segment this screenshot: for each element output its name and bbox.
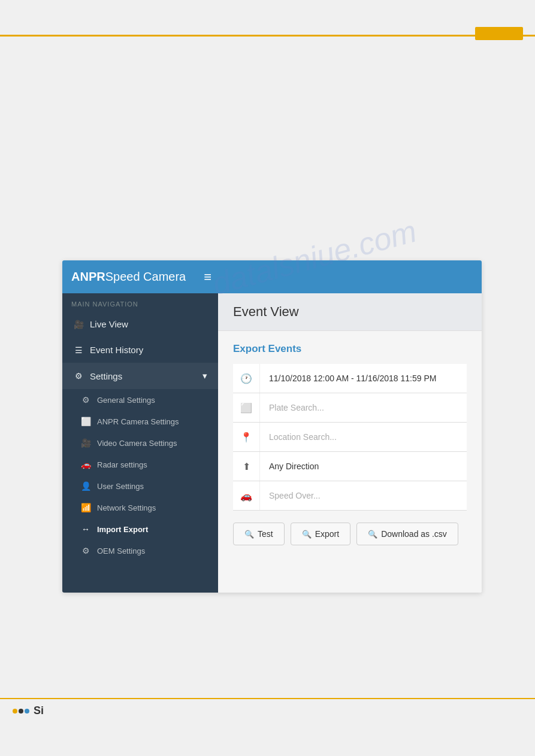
sidebar-item-label: Live View bbox=[90, 319, 128, 329]
svg-point-1 bbox=[19, 709, 23, 714]
sidebar-item-general-settings[interactable]: ⚙ General Settings bbox=[62, 389, 218, 411]
direction-row: ⬆ Any Direction bbox=[233, 452, 467, 481]
sidebar-item-oem-settings[interactable]: ⚙ OEM Settings bbox=[62, 540, 218, 561]
sidebar-item-anpr-camera-settings[interactable]: ⬜ ANPR Camera Settings bbox=[62, 411, 218, 432]
speed-icon: 🚗 bbox=[233, 481, 260, 510]
search-icon: 🔍 bbox=[244, 530, 254, 539]
sidebar-section-label: MAIN NAVIGATION bbox=[62, 293, 218, 311]
sidebar-sub-item-label: Import Export bbox=[97, 525, 148, 534]
sidebar-sub-item-label: ANPR Camera Settings bbox=[97, 417, 179, 426]
test-button[interactable]: 🔍 Test bbox=[233, 523, 285, 545]
sidebar-item-label: Event History bbox=[90, 345, 143, 355]
app-header: ANPRSpeed Camera ≡ bbox=[62, 260, 482, 293]
date-range-value[interactable]: 11/10/2018 12:00 AM - 11/16/2018 11:59 P… bbox=[260, 364, 467, 393]
sidebar-sub-item-label: User Settings bbox=[97, 482, 144, 491]
app-body: MAIN NAVIGATION 🎥 Live View ☰ Event Hist… bbox=[62, 293, 482, 593]
download-csv-button[interactable]: 🔍 Download as .csv bbox=[356, 523, 458, 545]
car-icon: 🚗 bbox=[80, 460, 91, 469]
sidebar-item-network-settings[interactable]: 📶 Network Settings bbox=[62, 497, 218, 518]
location-search-input[interactable] bbox=[260, 423, 467, 451]
settings-gear-icon: ⚙ bbox=[73, 371, 84, 381]
wifi-icon: 📶 bbox=[80, 503, 91, 512]
content-area: Export Events 🕐 11/10/2018 12:00 AM - 11… bbox=[218, 331, 482, 557]
app-container: ANPRSpeed Camera ≡ MAIN NAVIGATION 🎥 Liv… bbox=[62, 260, 482, 593]
bottom-accent-bar bbox=[0, 698, 535, 699]
top-accent-bar bbox=[0, 35, 535, 37]
arrows-icon: ↔ bbox=[80, 524, 91, 534]
footer-logo-text: Si bbox=[34, 705, 44, 717]
chevron-down-icon: ▾ bbox=[202, 371, 207, 381]
sidebar-item-label: Settings bbox=[90, 371, 122, 381]
sidebar-sub-item-label: Radar settings bbox=[97, 460, 147, 469]
sidebar-item-event-history[interactable]: ☰ Event History bbox=[62, 337, 218, 363]
sidebar-item-user-settings[interactable]: 👤 User Settings bbox=[62, 475, 218, 497]
sidebar-sub-item-label: Video Camera Settings bbox=[97, 439, 177, 448]
sidebar-item-video-camera-settings[interactable]: 🎥 Video Camera Settings bbox=[62, 432, 218, 454]
oem-gear-icon: ⚙ bbox=[80, 546, 91, 555]
buttons-row: 🔍 Test 🔍 Export 🔍 Download as .csv bbox=[233, 523, 467, 545]
section-title: Export Events bbox=[233, 343, 467, 355]
footer-logo: Si bbox=[12, 705, 44, 717]
video-icon: 🎥 bbox=[80, 438, 91, 448]
user-icon: 👤 bbox=[80, 481, 91, 491]
video-camera-icon: 🎥 bbox=[73, 320, 84, 329]
location-icon: 📍 bbox=[233, 423, 260, 451]
page-title: Event View bbox=[233, 304, 467, 320]
location-search-row: 📍 bbox=[233, 423, 467, 452]
date-range-row: 🕐 11/10/2018 12:00 AM - 11/16/2018 11:59… bbox=[233, 364, 467, 393]
svg-point-0 bbox=[13, 709, 17, 714]
camera-frame-icon: ⬜ bbox=[80, 417, 91, 426]
direction-arrow-icon: ⬆ bbox=[233, 452, 260, 481]
plate-search-row: ⬜ bbox=[233, 393, 467, 423]
top-button[interactable] bbox=[475, 27, 523, 40]
main-content: Event View Export Events 🕐 11/10/2018 12… bbox=[218, 293, 482, 593]
plate-search-input[interactable] bbox=[260, 393, 467, 422]
export-button[interactable]: 🔍 Export bbox=[291, 523, 350, 545]
app-title: ANPRSpeed Camera bbox=[71, 270, 186, 284]
search-icon: 🔍 bbox=[368, 530, 377, 539]
sidebar-sub-item-label: Network Settings bbox=[97, 503, 156, 512]
direction-value[interactable]: Any Direction bbox=[260, 452, 467, 481]
gear-icon: ⚙ bbox=[80, 395, 91, 405]
sidebar-item-import-export[interactable]: ↔ Import Export bbox=[62, 518, 218, 540]
hamburger-menu-button[interactable]: ≡ bbox=[204, 269, 211, 285]
sidebar: MAIN NAVIGATION 🎥 Live View ☰ Event Hist… bbox=[62, 293, 218, 593]
search-icon: 🔍 bbox=[302, 530, 312, 539]
list-icon: ☰ bbox=[73, 345, 84, 355]
speed-over-input[interactable] bbox=[260, 481, 467, 510]
svg-point-2 bbox=[25, 709, 29, 714]
sidebar-item-settings[interactable]: ⚙ Settings ▾ bbox=[62, 363, 218, 389]
sidebar-item-radar-settings[interactable]: 🚗 Radar settings bbox=[62, 454, 218, 475]
sidebar-sub-item-label: OEM Settings bbox=[97, 546, 145, 555]
plate-icon: ⬜ bbox=[233, 393, 260, 422]
page-title-bar: Event View bbox=[218, 293, 482, 331]
sidebar-item-live-view[interactable]: 🎥 Live View bbox=[62, 311, 218, 337]
logo-icon bbox=[12, 705, 30, 717]
sidebar-sub-item-label: General Settings bbox=[97, 396, 155, 405]
clock-icon: 🕐 bbox=[233, 364, 260, 393]
speed-over-row: 🚗 bbox=[233, 481, 467, 511]
